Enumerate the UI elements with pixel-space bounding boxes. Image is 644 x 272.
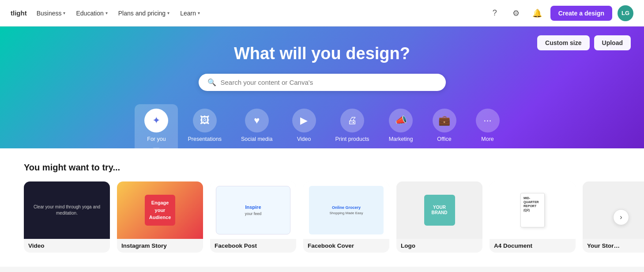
nav-plans[interactable]: Plans and pricing ▾ (114, 7, 174, 19)
video-preview: Clear your mind through yoga and meditat… (24, 181, 110, 239)
facebook-post-preview-text: Inspire your feed (216, 186, 290, 234)
nav-plans-label: Plans and pricing (118, 10, 166, 17)
category-office[interactable]: 💼 Office (423, 104, 466, 148)
a4-preview-text: MID-QUARTERREPORT(Q2) (520, 193, 545, 227)
card-your-story-label: Your Stor… (583, 239, 644, 253)
section-title: You might want to try... (24, 162, 620, 173)
logo-preview: YOURBRAND (396, 181, 482, 239)
card-logo-label: Logo (396, 239, 482, 253)
settings-button[interactable]: ⚙ (508, 5, 524, 21)
avatar-initials: LG (621, 10, 629, 16)
category-marketing[interactable]: 📣 Marketing (379, 104, 423, 148)
social-media-icon: ♥ (245, 109, 269, 132)
card-instagram-image: EngageyourAudience (117, 181, 203, 239)
navbar: tlight Business ▾ Education ▾ Plans and … (0, 0, 644, 26)
nav-education-label: Education (76, 10, 103, 17)
instagram-preview: EngageyourAudience (117, 181, 203, 239)
for-you-icon: ✦ (144, 109, 168, 132)
cards-row: Clear your mind through yoga and meditat… (24, 181, 620, 253)
notifications-button[interactable]: 🔔 (529, 5, 545, 21)
chevron-down-icon: ▾ (105, 11, 108, 15)
card-video-label: Video (24, 239, 110, 253)
chevron-down-icon: ▾ (198, 11, 200, 15)
card-video-image: Clear your mind through yoga and meditat… (24, 181, 110, 239)
category-office-label: Office (437, 136, 451, 142)
card-a4-label: A4 Document (490, 239, 576, 253)
nav-business[interactable]: Business ▾ (32, 7, 70, 19)
next-button[interactable]: › (613, 209, 629, 225)
nav-left: tlight Business ▾ Education ▾ Plans and … (11, 7, 204, 19)
video-icon: ▶ (292, 109, 316, 132)
category-marketing-label: Marketing (389, 136, 413, 142)
category-for-you-label: For you (147, 136, 166, 142)
card-facebook-cover-image: Online Grocery Shopping Made Easy (303, 181, 389, 239)
category-social-media-label: Social media (241, 136, 273, 142)
facebook-cover-preview: Online Grocery Shopping Made Easy (303, 181, 389, 239)
story-preview (583, 181, 644, 239)
nav-education[interactable]: Education ▾ (72, 7, 112, 19)
card-facebook-post-label: Facebook Post (210, 239, 296, 253)
facebook-post-preview: Inspire your feed (210, 181, 296, 239)
presentations-icon: 🖼 (193, 109, 217, 132)
help-button[interactable]: ? (487, 5, 503, 21)
hero-banner: Custom size Upload What will you design?… (0, 26, 644, 148)
nav-business-label: Business (37, 10, 62, 17)
category-more[interactable]: ··· More (466, 104, 509, 148)
category-social-media[interactable]: ♥ Social media (231, 104, 282, 148)
card-logo-image: YOURBRAND (396, 181, 482, 239)
search-input[interactable] (221, 79, 437, 86)
card-facebook-cover[interactable]: Online Grocery Shopping Made Easy Facebo… (303, 181, 389, 253)
category-for-you[interactable]: ✦ For you (135, 104, 178, 148)
nav-learn[interactable]: Learn ▾ (176, 7, 204, 19)
card-facebook-post[interactable]: Inspire your feed Facebook Post (210, 181, 296, 253)
categories: ✦ For you 🖼 Presentations ♥ Social media… (11, 104, 633, 148)
hero-buttons: Custom size Upload (537, 35, 631, 50)
more-icon: ··· (476, 109, 500, 132)
card-instagram-story[interactable]: EngageyourAudience Instagram Story (117, 181, 203, 253)
search-icon: 🔍 (207, 78, 216, 87)
category-presentations[interactable]: 🖼 Presentations (178, 104, 231, 148)
nav-right: ? ⚙ 🔔 Create a design LG (487, 5, 633, 21)
card-logo[interactable]: YOURBRAND Logo (396, 181, 482, 253)
category-more-label: More (481, 136, 493, 142)
nav-learn-label: Learn (180, 10, 196, 17)
card-facebook-post-image: Inspire your feed (210, 181, 296, 239)
chevron-down-icon: ▾ (63, 11, 65, 15)
upload-button[interactable]: Upload (594, 35, 631, 50)
logo-preview-text: YOURBRAND (424, 195, 455, 226)
category-video-label: Video (297, 136, 311, 142)
facebook-cover-preview-text: Online Grocery Shopping Made Easy (309, 186, 383, 234)
card-a4-image: MID-QUARTERREPORT(Q2) (490, 181, 576, 239)
brand-logo[interactable]: tlight (11, 9, 27, 17)
a4-preview: MID-QUARTERREPORT(Q2) (490, 181, 576, 239)
card-video[interactable]: Clear your mind through yoga and meditat… (24, 181, 110, 253)
card-instagram-label: Instagram Story (117, 239, 203, 253)
category-print-products-label: Print products (335, 136, 369, 142)
create-design-button[interactable]: Create a design (550, 6, 612, 21)
main-content: You might want to try... Clear your mind… (0, 148, 644, 267)
chevron-down-icon: ▾ (167, 11, 169, 15)
search-bar: 🔍 (199, 74, 446, 91)
office-icon: 💼 (433, 109, 456, 132)
marketing-icon: 📣 (389, 109, 413, 132)
search-bar-wrap: 🔍 (11, 74, 633, 91)
card-facebook-cover-label: Facebook Cover (303, 239, 389, 253)
card-a4-document[interactable]: MID-QUARTERREPORT(Q2) A4 Document (490, 181, 576, 253)
instagram-preview-text: EngageyourAudience (145, 195, 176, 226)
avatar[interactable]: LG (618, 5, 633, 21)
print-icon: 🖨 (340, 109, 364, 132)
category-video[interactable]: ▶ Video (282, 104, 326, 148)
category-presentations-label: Presentations (188, 136, 221, 142)
custom-size-button[interactable]: Custom size (537, 35, 589, 50)
category-print-products[interactable]: 🖨 Print products (326, 104, 379, 148)
video-preview-text: Clear your mind through yoga and meditat… (27, 204, 106, 216)
card-your-story-image (583, 181, 644, 239)
